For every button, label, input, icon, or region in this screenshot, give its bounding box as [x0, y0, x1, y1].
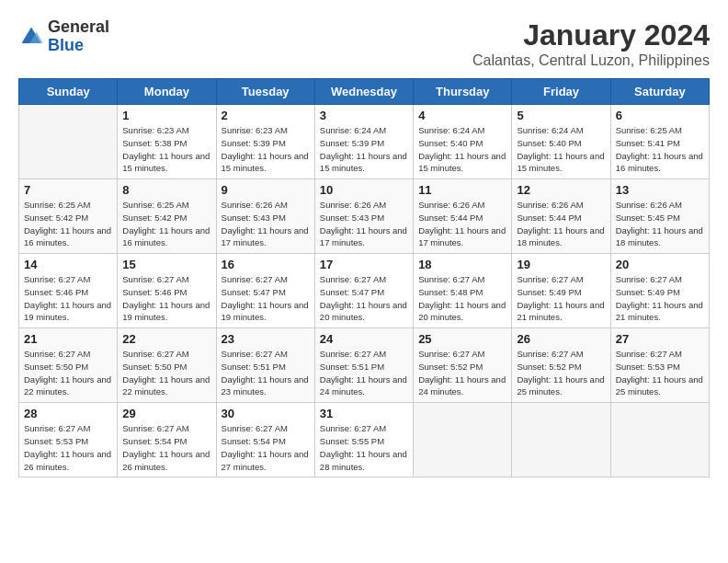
sunset-text: Sunset: 5:43 PM — [222, 213, 286, 223]
sunset-text: Sunset: 5:39 PM — [320, 138, 384, 148]
calendar-week-row: 21 Sunrise: 6:27 AM Sunset: 5:50 PM Dayl… — [19, 328, 710, 403]
day-number: 21 — [24, 332, 112, 346]
daylight-text: Daylight: 11 hours and 23 minutes. — [222, 374, 309, 397]
sunset-text: Sunset: 5:54 PM — [222, 436, 286, 446]
day-info: Sunrise: 6:23 AM Sunset: 5:39 PM Dayligh… — [222, 124, 310, 175]
calendar-week-row: 7 Sunrise: 6:25 AM Sunset: 5:42 PM Dayli… — [19, 179, 710, 254]
sunset-text: Sunset: 5:47 PM — [320, 287, 384, 297]
day-number: 5 — [517, 109, 605, 122]
day-number: 17 — [320, 258, 408, 271]
calendar-cell: 28 Sunrise: 6:27 AM Sunset: 5:53 PM Dayl… — [19, 403, 118, 477]
calendar-cell: 16 Sunrise: 6:27 AM Sunset: 5:47 PM Dayl… — [216, 254, 314, 328]
day-info: Sunrise: 6:27 AM Sunset: 5:49 PM Dayligh… — [616, 273, 704, 324]
day-number: 1 — [122, 109, 210, 122]
day-number: 14 — [24, 258, 112, 271]
daylight-text: Daylight: 11 hours and 15 minutes. — [122, 151, 210, 174]
sunrise-text: Sunrise: 6:27 AM — [418, 349, 484, 359]
day-number: 11 — [418, 183, 506, 197]
calendar-cell: 23 Sunrise: 6:27 AM Sunset: 5:51 PM Dayl… — [216, 328, 314, 403]
daylight-text: Daylight: 11 hours and 22 minutes. — [122, 374, 210, 397]
sunrise-text: Sunrise: 6:26 AM — [418, 200, 484, 210]
day-info: Sunrise: 6:24 AM Sunset: 5:40 PM Dayligh… — [517, 124, 605, 175]
sunset-text: Sunset: 5:43 PM — [320, 213, 384, 223]
day-info: Sunrise: 6:26 AM Sunset: 5:44 PM Dayligh… — [517, 199, 605, 249]
day-number: 26 — [517, 332, 605, 346]
day-info: Sunrise: 6:27 AM Sunset: 5:46 PM Dayligh… — [122, 273, 210, 324]
day-info: Sunrise: 6:27 AM Sunset: 5:51 PM Dayligh… — [320, 348, 408, 398]
sunrise-text: Sunrise: 6:25 AM — [616, 125, 682, 135]
sunset-text: Sunset: 5:42 PM — [24, 213, 88, 223]
day-number: 3 — [320, 109, 408, 122]
daylight-text: Daylight: 11 hours and 20 minutes. — [320, 300, 407, 323]
day-number: 28 — [24, 407, 112, 420]
calendar-cell: 12 Sunrise: 6:26 AM Sunset: 5:44 PM Dayl… — [512, 179, 610, 254]
calendar-cell — [19, 105, 118, 179]
day-info: Sunrise: 6:27 AM Sunset: 5:55 PM Dayligh… — [320, 422, 408, 473]
day-number: 29 — [122, 407, 210, 420]
sunrise-text: Sunrise: 6:26 AM — [320, 200, 386, 210]
day-info: Sunrise: 6:26 AM Sunset: 5:43 PM Dayligh… — [320, 199, 408, 249]
sunrise-text: Sunrise: 6:24 AM — [517, 125, 583, 135]
day-number: 22 — [122, 332, 210, 346]
sunset-text: Sunset: 5:48 PM — [418, 287, 483, 297]
calendar-cell: 25 Sunrise: 6:27 AM Sunset: 5:52 PM Dayl… — [414, 328, 512, 403]
day-info: Sunrise: 6:27 AM Sunset: 5:49 PM Dayligh… — [517, 273, 605, 324]
daylight-text: Daylight: 11 hours and 22 minutes. — [24, 374, 111, 397]
weekday-header: Sunday — [19, 79, 118, 105]
sunset-text: Sunset: 5:46 PM — [122, 287, 187, 297]
daylight-text: Daylight: 11 hours and 16 minutes. — [616, 151, 703, 174]
sunset-text: Sunset: 5:42 PM — [122, 213, 187, 223]
daylight-text: Daylight: 11 hours and 17 minutes. — [418, 225, 506, 248]
daylight-text: Daylight: 11 hours and 15 minutes. — [222, 151, 309, 174]
calendar-week-row: 1 Sunrise: 6:23 AM Sunset: 5:38 PM Dayli… — [19, 105, 710, 179]
calendar-cell: 2 Sunrise: 6:23 AM Sunset: 5:39 PM Dayli… — [216, 105, 314, 179]
calendar-week-row: 14 Sunrise: 6:27 AM Sunset: 5:46 PM Dayl… — [19, 254, 710, 328]
calendar-cell: 18 Sunrise: 6:27 AM Sunset: 5:48 PM Dayl… — [414, 254, 512, 328]
sunrise-text: Sunrise: 6:27 AM — [418, 274, 484, 284]
day-info: Sunrise: 6:27 AM Sunset: 5:48 PM Dayligh… — [418, 273, 506, 324]
calendar-cell: 10 Sunrise: 6:26 AM Sunset: 5:43 PM Dayl… — [314, 179, 413, 254]
calendar-cell: 17 Sunrise: 6:27 AM Sunset: 5:47 PM Dayl… — [314, 254, 413, 328]
day-number: 2 — [222, 109, 310, 122]
day-number: 7 — [24, 183, 112, 197]
sunset-text: Sunset: 5:52 PM — [517, 362, 581, 372]
sunrise-text: Sunrise: 6:27 AM — [222, 423, 288, 433]
sunset-text: Sunset: 5:44 PM — [517, 213, 581, 223]
sunrise-text: Sunrise: 6:27 AM — [24, 274, 90, 284]
sunset-text: Sunset: 5:39 PM — [222, 138, 286, 148]
sunrise-text: Sunrise: 6:27 AM — [222, 274, 288, 284]
daylight-text: Daylight: 11 hours and 26 minutes. — [122, 449, 210, 472]
sunset-text: Sunset: 5:53 PM — [24, 436, 88, 446]
title-block: January 2024 Calantas, Central Luzon, Ph… — [472, 18, 710, 69]
sunset-text: Sunset: 5:50 PM — [122, 362, 187, 372]
sunrise-text: Sunrise: 6:26 AM — [616, 200, 682, 210]
day-info: Sunrise: 6:27 AM Sunset: 5:50 PM Dayligh… — [122, 348, 210, 398]
sunset-text: Sunset: 5:49 PM — [616, 287, 680, 297]
calendar-cell: 13 Sunrise: 6:26 AM Sunset: 5:45 PM Dayl… — [610, 179, 709, 254]
calendar-cell — [610, 403, 709, 477]
day-info: Sunrise: 6:27 AM Sunset: 5:52 PM Dayligh… — [517, 348, 605, 398]
sunset-text: Sunset: 5:52 PM — [418, 362, 483, 372]
sunrise-text: Sunrise: 6:27 AM — [24, 349, 90, 359]
calendar-cell: 22 Sunrise: 6:27 AM Sunset: 5:50 PM Dayl… — [118, 328, 216, 403]
daylight-text: Daylight: 11 hours and 27 minutes. — [222, 449, 309, 472]
calendar-cell: 1 Sunrise: 6:23 AM Sunset: 5:38 PM Dayli… — [118, 105, 216, 179]
day-number: 16 — [222, 258, 310, 271]
day-number: 10 — [320, 183, 408, 197]
daylight-text: Daylight: 11 hours and 21 minutes. — [517, 300, 604, 323]
daylight-text: Daylight: 11 hours and 18 minutes. — [616, 225, 703, 248]
sunrise-text: Sunrise: 6:25 AM — [24, 200, 90, 210]
calendar-cell: 27 Sunrise: 6:27 AM Sunset: 5:53 PM Dayl… — [610, 328, 709, 403]
calendar-cell: 11 Sunrise: 6:26 AM Sunset: 5:44 PM Dayl… — [414, 179, 512, 254]
daylight-text: Daylight: 11 hours and 15 minutes. — [418, 151, 506, 174]
day-number: 23 — [222, 332, 310, 346]
daylight-text: Daylight: 11 hours and 18 minutes. — [517, 225, 604, 248]
calendar-cell: 5 Sunrise: 6:24 AM Sunset: 5:40 PM Dayli… — [512, 105, 610, 179]
day-info: Sunrise: 6:27 AM Sunset: 5:53 PM Dayligh… — [24, 422, 112, 473]
day-info: Sunrise: 6:24 AM Sunset: 5:39 PM Dayligh… — [320, 124, 408, 175]
daylight-text: Daylight: 11 hours and 19 minutes. — [122, 300, 210, 323]
sunrise-text: Sunrise: 6:26 AM — [222, 200, 288, 210]
day-info: Sunrise: 6:27 AM Sunset: 5:54 PM Dayligh… — [222, 422, 310, 473]
sunrise-text: Sunrise: 6:27 AM — [616, 274, 682, 284]
day-number: 12 — [517, 183, 605, 197]
